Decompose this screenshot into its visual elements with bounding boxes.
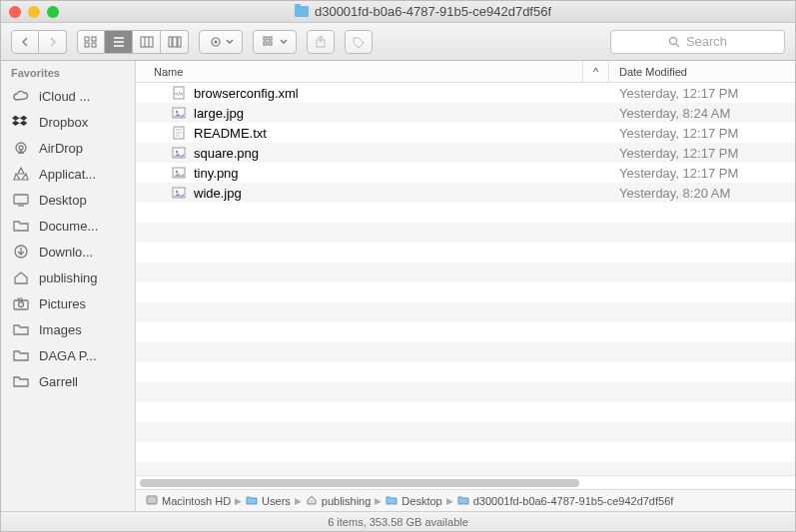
sidebar-item-label: AirDrop [39,141,83,156]
sidebar-item-airdrop[interactable]: AirDrop [1,135,135,161]
svg-point-28 [19,302,24,307]
folder-icon [295,6,309,17]
path-segment[interactable]: Users [246,495,291,507]
sidebar-item-downlo-[interactable]: Downlo... [1,239,135,265]
column-sort-indicator[interactable]: ^ [583,61,609,82]
sidebar-item-pictures[interactable]: Pictures [1,290,135,316]
empty-row [136,422,795,442]
svg-rect-10 [169,37,172,47]
back-button[interactable] [11,30,39,54]
file-date: Yesterday, 12:17 PM [609,86,795,101]
toolbar: Search [1,23,795,61]
tag-icon [352,36,366,48]
sidebar-item-desktop[interactable]: Desktop [1,187,135,213]
svg-rect-7 [141,37,153,47]
column-header-date[interactable]: Date Modified [609,61,795,82]
horizontal-scrollbar[interactable] [136,475,795,489]
airdrop-icon [11,139,31,157]
title-text: d30001fd-b0a6-4787-91b5-ce942d7df56f [315,4,551,19]
arrange-group [253,30,297,54]
file-icon [172,186,186,200]
sidebar-item-label: Dropbox [39,115,88,130]
sidebar-item-garrell[interactable]: Garrell [1,368,135,394]
tags-group [345,30,373,54]
sidebar-item-daga-p-[interactable]: DAGA P... [1,342,135,368]
zoom-icon[interactable] [47,6,59,18]
sidebar-item-label: iCloud ... [39,89,90,104]
empty-row [136,203,795,223]
path-segment[interactable]: Macintosh HD [146,494,231,508]
folder-icon [386,495,398,507]
sidebar-item-dropbox[interactable]: Dropbox [1,109,135,135]
svg-rect-12 [178,37,181,47]
svg-point-43 [176,191,178,193]
titlebar[interactable]: d30001fd-b0a6-4787-91b5-ce942d7df56f [1,1,795,23]
nav-buttons [11,30,67,54]
content-pane: Name ^ Date Modified </>browserconfig.xm… [136,61,795,511]
file-row[interactable]: tiny.pngYesterday, 12:17 PM [136,163,795,183]
status-bar: 6 items, 353.58 GB available [1,511,795,531]
svg-line-21 [676,44,679,47]
dropbox-icon [11,113,31,131]
sidebar-item-images[interactable]: Images [1,316,135,342]
empty-row [136,243,795,263]
path-segment[interactable]: publishing [306,494,372,508]
apps-icon [11,165,31,183]
path-separator-icon: ▶ [375,496,382,506]
arrange-button[interactable] [253,30,297,54]
minimize-icon[interactable] [28,6,40,18]
icon-view-button[interactable] [77,30,105,54]
file-row[interactable]: README.txtYesterday, 12:17 PM [136,123,795,143]
file-name: browserconfig.xml [194,86,299,101]
home-icon [11,268,31,286]
close-icon[interactable] [9,6,21,18]
file-list[interactable]: </>browserconfig.xmlYesterday, 12:17 PMl… [136,83,795,475]
svg-rect-17 [264,42,267,45]
column-header-name[interactable]: Name [136,61,583,82]
sidebar-item-label: Docume... [39,219,98,234]
empty-row [136,442,795,462]
chevron-down-icon [226,39,234,45]
file-row[interactable]: large.jpgYesterday, 8:24 AM [136,103,795,123]
coverflow-view-button[interactable] [161,30,189,54]
desktop-icon [11,191,31,209]
share-button[interactable] [307,30,335,54]
sidebar-item-icloud-[interactable]: iCloud ... [1,83,135,109]
sidebar-item-docume-[interactable]: Docume... [1,213,135,239]
sidebar-item-label: Downlo... [39,245,93,260]
forward-button[interactable] [39,30,67,54]
svg-point-14 [214,40,217,43]
path-segment[interactable]: Desktop [386,495,441,507]
empty-row [136,462,795,475]
path-segment[interactable]: d30001fd-b0a6-4787-91b5-ce942d7df56f [457,495,674,507]
file-name: tiny.png [194,166,239,181]
file-row[interactable]: square.pngYesterday, 12:17 PM [136,143,795,163]
empty-row [136,342,795,362]
column-view-button[interactable] [133,30,161,54]
search-placeholder: Search [686,34,727,49]
file-row[interactable]: wide.jpgYesterday, 8:20 AM [136,183,795,203]
tags-button[interactable] [345,30,373,54]
file-row[interactable]: </>browserconfig.xmlYesterday, 12:17 PM [136,83,795,103]
camera-icon [11,294,31,312]
search-field[interactable]: Search [610,30,785,54]
action-menu-button[interactable] [199,30,243,54]
list-view-button[interactable] [105,30,133,54]
file-icon [172,106,186,120]
path-separator-icon: ▶ [295,496,302,506]
scrollbar-thumb[interactable] [140,479,579,487]
svg-rect-2 [85,43,89,47]
sidebar-item-label: Images [39,322,82,337]
view-mode-buttons [77,30,189,54]
file-date: Yesterday, 12:17 PM [609,166,795,181]
arrange-icon [263,36,277,48]
finder-window: d30001fd-b0a6-4787-91b5-ce942d7df56f [0,0,796,532]
sidebar-item-applicat-[interactable]: Applicat... [1,161,135,187]
svg-rect-29 [18,298,22,300]
sidebar-item-label: Garrell [39,374,78,389]
file-name: square.png [194,146,259,161]
sidebar-item-label: Pictures [39,296,86,311]
file-icon [172,166,186,180]
cloud-icon [11,87,31,105]
sidebar-item-publishing[interactable]: publishing [1,265,135,290]
